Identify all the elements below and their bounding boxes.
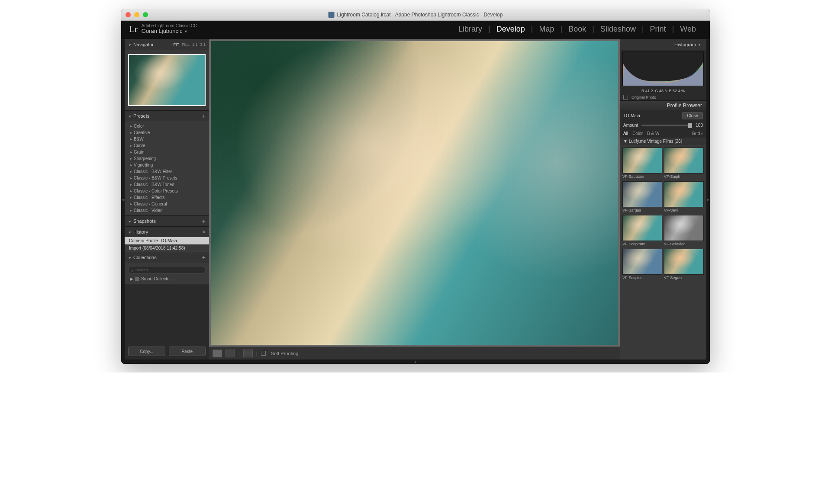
right-panel-grip[interactable]: ▶ bbox=[706, 39, 710, 360]
app-icon bbox=[329, 12, 335, 18]
preset-folder[interactable]: ▶Curve bbox=[125, 142, 209, 149]
snapshots-panel: ▼Snapshots + bbox=[125, 216, 209, 227]
maximize-window-button[interactable] bbox=[143, 12, 148, 17]
profile-name: TO-Maia bbox=[623, 113, 640, 118]
filmstrip-grip[interactable]: ▲ bbox=[121, 360, 710, 364]
slider-knob[interactable] bbox=[688, 123, 692, 128]
preset-folder[interactable]: ▶Sharpening bbox=[125, 155, 209, 162]
nav-zoom-3:1[interactable]: 3:1 bbox=[200, 42, 206, 47]
profile-filter-color[interactable]: Color bbox=[632, 131, 643, 136]
chevron-right-icon: ▶ bbox=[130, 164, 132, 167]
profile-thumb-label: VF-Sadatoni bbox=[622, 173, 662, 180]
history-header[interactable]: ▼History × bbox=[125, 227, 209, 237]
preset-folder[interactable]: ▶Classic - B&W Toned bbox=[125, 181, 209, 188]
preset-folder[interactable]: ▶Classic - General bbox=[125, 201, 209, 207]
search-placeholder: Search bbox=[135, 268, 148, 272]
copy-button[interactable]: Copy... bbox=[128, 347, 165, 356]
preset-folder[interactable]: ▶B&W bbox=[125, 136, 209, 142]
nav-zoom-1:1[interactable]: 1:1 bbox=[192, 42, 198, 47]
module-book[interactable]: Book bbox=[562, 25, 592, 34]
module-develop[interactable]: Develop bbox=[490, 25, 531, 34]
preset-folder[interactable]: ▶Classic - B&W Filter bbox=[125, 168, 209, 175]
history-step[interactable]: Import (08/04/2018 11:42:58) bbox=[125, 244, 209, 252]
lr-logo: Lr bbox=[129, 23, 137, 35]
add-collection-button[interactable]: + bbox=[202, 254, 206, 261]
preset-folder[interactable]: ▶Grain bbox=[125, 149, 209, 155]
disclosure-triangle-icon: ▼ bbox=[128, 256, 132, 260]
grid-view-label[interactable]: Grid bbox=[692, 131, 700, 136]
profile-browser-header[interactable]: Profile Browser bbox=[620, 101, 706, 110]
amount-slider[interactable] bbox=[641, 125, 692, 126]
disclosure-triangle-icon: ▼ bbox=[623, 139, 628, 144]
navigator-header[interactable]: ▼Navigator FITFILL1:13:1 bbox=[125, 39, 209, 50]
chevron-right-icon: ▶ bbox=[130, 144, 132, 148]
preset-folder[interactable]: ▶Classic - Effects bbox=[125, 194, 209, 201]
collection-item[interactable]: ▶ Smart Collecti... bbox=[125, 276, 209, 282]
profile-thumbnail[interactable]: VF-Savi bbox=[664, 181, 704, 213]
original-photo-row[interactable]: Original Photo bbox=[620, 94, 706, 100]
profile-thumb-image bbox=[622, 249, 662, 275]
soft-proofing-checkbox[interactable] bbox=[261, 351, 266, 356]
loupe-view-button[interactable] bbox=[213, 350, 222, 357]
minimize-window-button[interactable] bbox=[134, 12, 139, 17]
user-name: Goran Ljubuncic bbox=[142, 28, 183, 34]
module-map[interactable]: Map bbox=[533, 25, 560, 34]
preset-folder[interactable]: ▶Creative bbox=[125, 129, 209, 136]
left-panel-grip[interactable]: ◀ bbox=[121, 39, 125, 360]
identity-plate[interactable]: Lr Adobe Lightroom Classic CC Goran Ljub… bbox=[129, 23, 197, 35]
profile-thumbnail[interactable]: VF-Sadatoni bbox=[622, 148, 662, 180]
add-snapshot-button[interactable]: + bbox=[202, 218, 206, 225]
app-window: Lightroom Catalog.lrcat - Adobe Photosho… bbox=[121, 9, 710, 364]
left-panel: ▼Navigator FITFILL1:13:1 ▼Presets + ▶Col… bbox=[125, 39, 209, 360]
profile-thumbnail[interactable]: VF-Scopius bbox=[622, 249, 662, 281]
chevron-right-icon: ▶ bbox=[130, 131, 132, 135]
main-preview-image[interactable] bbox=[211, 41, 618, 345]
profile-thumbnail[interactable]: VF-Sargas bbox=[622, 181, 662, 213]
add-preset-button[interactable]: + bbox=[202, 112, 206, 119]
presets-header[interactable]: ▼Presets + bbox=[125, 111, 209, 121]
paste-button[interactable]: Paste bbox=[169, 347, 206, 356]
before-after-lr-button[interactable] bbox=[225, 350, 235, 357]
nav-zoom-fill[interactable]: FILL bbox=[182, 42, 190, 47]
chevron-right-icon: ▶ bbox=[130, 209, 132, 212]
profile-thumb-image bbox=[664, 215, 704, 241]
preset-folder[interactable]: ▶Color bbox=[125, 123, 209, 129]
profile-group-header[interactable]: ▼ Lutify.me Vintage Films (26) bbox=[620, 138, 706, 145]
clear-history-button[interactable]: × bbox=[202, 228, 206, 235]
profile-thumb-image bbox=[664, 249, 704, 275]
navigator-thumbnail[interactable] bbox=[128, 54, 206, 106]
module-print[interactable]: Print bbox=[644, 25, 672, 34]
chevron-right-icon: ▶ bbox=[130, 138, 132, 141]
profile-thumbnail[interactable]: VF-Saiph bbox=[664, 148, 704, 180]
collections-search[interactable]: ⌕ Search bbox=[128, 266, 206, 274]
profile-thumbnail[interactable]: VF-Sceptrum bbox=[622, 215, 662, 247]
collections-header[interactable]: ▼Collections + bbox=[125, 252, 209, 263]
module-slideshow[interactable]: Slideshow bbox=[594, 25, 642, 34]
preset-folder[interactable]: ▶Vignetting bbox=[125, 162, 209, 168]
preset-folder[interactable]: ▶Classic - Color Presets bbox=[125, 188, 209, 194]
preset-folder[interactable]: ▶Classic - Video bbox=[125, 207, 209, 214]
snapshots-header[interactable]: ▼Snapshots + bbox=[125, 216, 209, 226]
history-step[interactable]: Camera Profile: TO-Maia bbox=[125, 237, 209, 244]
bottom-toolbar: | | Soft Proofing bbox=[209, 347, 620, 360]
profile-thumb-label: VF-Savi bbox=[664, 207, 704, 213]
histogram-display[interactable] bbox=[622, 51, 704, 86]
profile-thumbnails-scroll[interactable]: VF-SadatoniVF-SaiphVF-SargasVF-SaviVF-Sc… bbox=[620, 145, 706, 360]
profile-thumb-image bbox=[622, 215, 662, 241]
profile-thumbnail[interactable]: VF-Schedar bbox=[664, 215, 704, 247]
profile-close-button[interactable]: Close bbox=[682, 112, 703, 119]
rgb-readout: R 41.2 G 48.6 B 52.4 % bbox=[620, 88, 706, 94]
nav-zoom-fit[interactable]: FIT bbox=[173, 42, 179, 47]
profile-thumb-label: VF-Segasi bbox=[664, 275, 704, 281]
titlebar: Lightroom Catalog.lrcat - Adobe Photosho… bbox=[121, 9, 710, 21]
close-window-button[interactable] bbox=[126, 12, 131, 17]
before-after-tb-button[interactable] bbox=[243, 350, 253, 357]
module-web[interactable]: Web bbox=[674, 25, 702, 34]
preset-folder[interactable]: ▶Classic - B&W Presets bbox=[125, 175, 209, 181]
profile-filter-all[interactable]: All bbox=[623, 131, 628, 136]
profile-filter-bw[interactable]: B & W bbox=[647, 131, 659, 136]
histogram-header[interactable]: Histogram ▼ bbox=[620, 39, 706, 50]
original-photo-checkbox[interactable] bbox=[623, 95, 628, 100]
module-library[interactable]: Library bbox=[452, 25, 488, 34]
profile-thumbnail[interactable]: VF-Segasi bbox=[664, 249, 704, 281]
